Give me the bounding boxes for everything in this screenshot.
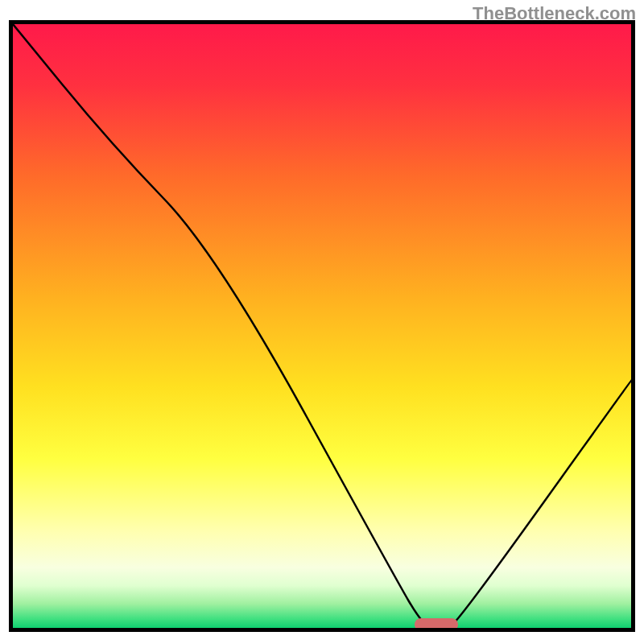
- plot-area: [13, 24, 631, 628]
- data-curve: [13, 24, 631, 628]
- plot-frame: [9, 20, 635, 632]
- chart-container: TheBottleneck.com: [0, 0, 644, 644]
- optimal-range-marker: [415, 618, 458, 628]
- watermark-text: TheBottleneck.com: [473, 3, 636, 24]
